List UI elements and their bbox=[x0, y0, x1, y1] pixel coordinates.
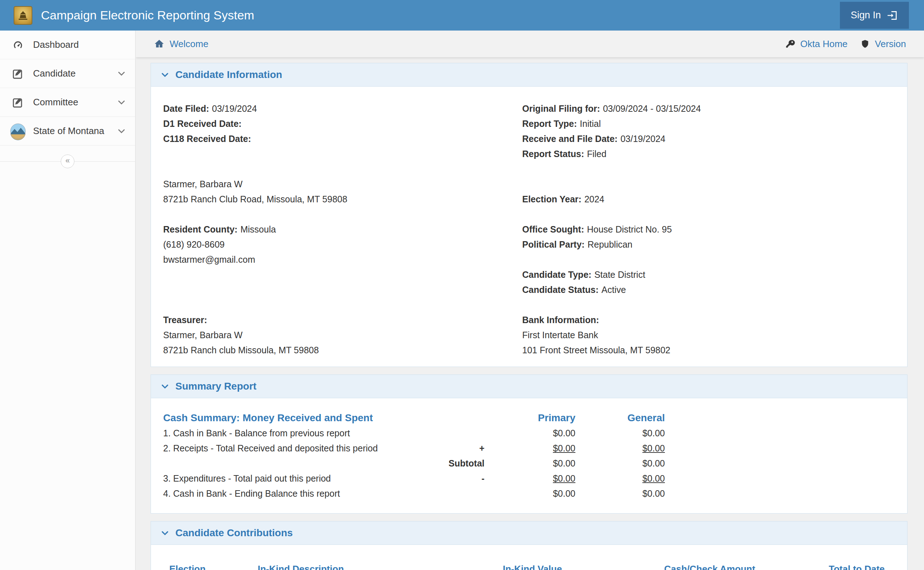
version-link[interactable]: Version bbox=[860, 38, 906, 50]
election-year-line: Election Year:2024 bbox=[522, 192, 893, 207]
sign-in-icon bbox=[887, 10, 898, 21]
welcome-link[interactable]: Welcome bbox=[154, 38, 208, 50]
candidate-name: Starmer, Barbara W bbox=[163, 176, 522, 192]
general-amount: $0.00 bbox=[575, 486, 665, 501]
okta-home-label: Okta Home bbox=[800, 38, 848, 50]
row-operator: + bbox=[436, 441, 484, 456]
sidebar-item-label: Dashboard bbox=[33, 39, 79, 50]
summary-report-header[interactable]: Summary Report bbox=[151, 375, 907, 398]
sidebar-item-candidate[interactable]: Candidate bbox=[0, 59, 135, 88]
okta-home-link[interactable]: Okta Home bbox=[785, 38, 848, 50]
report-type-line: Report Type:Initial bbox=[522, 116, 893, 131]
row-operator: - bbox=[436, 471, 484, 486]
candidate-email: bwstarmer@gmail.com bbox=[163, 252, 522, 267]
candidate-contributions-header[interactable]: Candidate Contributions bbox=[151, 521, 907, 545]
chevron-down-icon bbox=[117, 69, 126, 78]
montana-seal-logo bbox=[14, 6, 32, 25]
candidate-address: 8721b Ranch Club Road, Missoula, MT 5980… bbox=[163, 192, 522, 207]
summary-row-receipts: 2. Receipts - Total Received and deposit… bbox=[163, 441, 907, 456]
field-label: Original Filing for: bbox=[522, 104, 600, 113]
field-label: Report Type: bbox=[522, 119, 577, 129]
expenditures-general-amount-link[interactable]: $0.00 bbox=[575, 471, 665, 486]
sidebar-collapse-row: « bbox=[0, 153, 135, 169]
sidebar-item-label: Candidate bbox=[33, 68, 76, 79]
app-title: Campaign Electronic Reporting System bbox=[41, 8, 254, 22]
field-label: Political Party: bbox=[522, 239, 585, 250]
field-value: State District bbox=[595, 270, 645, 280]
candidate-info-left-column: Date Filed:03/19/2024 D1 Received Date: … bbox=[163, 101, 522, 358]
c118-received-line: C118 Received Date: bbox=[163, 131, 522, 146]
sidebar-collapse-button[interactable]: « bbox=[61, 155, 74, 168]
candidate-contributions-panel: Candidate Contributions Election In-Kind… bbox=[150, 521, 907, 570]
summary-report-panel: Summary Report Cash Summary: Money Recei… bbox=[150, 374, 907, 513]
app-header: Campaign Electronic Reporting System Sig… bbox=[0, 0, 924, 31]
field-value: House District No. 95 bbox=[587, 224, 672, 234]
candidate-information-body: Date Filed:03/19/2024 D1 Received Date: … bbox=[151, 87, 907, 366]
field-label: Election Year: bbox=[522, 194, 581, 204]
chevron-down-icon bbox=[160, 528, 170, 538]
treasurer-label-line: Treasurer: bbox=[163, 312, 522, 327]
expenditures-primary-amount-link[interactable]: $0.00 bbox=[484, 471, 575, 486]
sign-in-button[interactable]: Sign In bbox=[840, 2, 909, 29]
field-label: Resident County: bbox=[163, 224, 238, 234]
welcome-label: Welcome bbox=[170, 38, 208, 50]
sidebar-item-label: State of Montana bbox=[33, 126, 104, 136]
field-label: Office Sought: bbox=[522, 224, 584, 234]
sidebar-item-label: Committee bbox=[33, 97, 78, 108]
d1-received-line: D1 Received Date: bbox=[163, 116, 522, 131]
primary-column-header: Primary bbox=[484, 411, 575, 426]
candidate-phone: (618) 920-8609 bbox=[163, 237, 522, 252]
sidebar-item-committee[interactable]: Committee bbox=[0, 88, 135, 117]
field-value: 03/19/2024 bbox=[212, 104, 257, 113]
app-root: Campaign Electronic Reporting System Sig… bbox=[0, 0, 924, 570]
primary-amount: $0.00 bbox=[484, 426, 575, 441]
field-label: Report Status: bbox=[522, 149, 584, 159]
resident-county-line: Resident County:Missoula bbox=[163, 222, 522, 237]
top-bar: Welcome Okta Home Version bbox=[136, 31, 924, 57]
candidate-status-line: Candidate Status:Active bbox=[522, 282, 893, 297]
office-sought-line: Office Sought:House District No. 95 bbox=[522, 222, 893, 237]
chevron-down-icon bbox=[117, 98, 126, 107]
main-area: Welcome Okta Home Version bbox=[136, 31, 924, 570]
sidebar-item-dashboard[interactable]: Dashboard bbox=[0, 31, 135, 59]
receipts-general-amount-link[interactable]: $0.00 bbox=[575, 441, 665, 456]
column-header-in-kind-description: In-Kind Description bbox=[258, 561, 503, 570]
candidate-information-header[interactable]: Candidate Information bbox=[151, 63, 907, 87]
seal-emblem-icon bbox=[17, 9, 29, 22]
field-value: Filed bbox=[587, 149, 606, 159]
field-value: Active bbox=[602, 285, 626, 295]
receipts-primary-amount-link[interactable]: $0.00 bbox=[484, 441, 575, 456]
report-status-line: Report Status:Filed bbox=[522, 146, 893, 161]
row-label bbox=[163, 456, 436, 471]
field-value: 03/09/2024 - 03/15/2024 bbox=[603, 104, 701, 113]
sidebar-item-state-of-montana[interactable]: State of Montana bbox=[0, 117, 135, 146]
candidate-contributions-body: Election In-Kind Description In-Kind Val… bbox=[151, 545, 907, 570]
field-label: Treasurer: bbox=[163, 315, 207, 325]
edit-icon bbox=[10, 96, 26, 109]
field-label: Candidate Type: bbox=[522, 270, 591, 280]
chevron-down-icon bbox=[160, 70, 170, 80]
field-label: Candidate Status: bbox=[522, 285, 599, 295]
political-party-line: Political Party:Republican bbox=[522, 237, 893, 252]
field-value: Initial bbox=[580, 119, 601, 129]
bank-information-label-line: Bank Information: bbox=[522, 312, 893, 327]
row-operator bbox=[436, 486, 484, 501]
subtotal-label: Subtotal bbox=[436, 456, 484, 471]
column-header-in-kind-value: In-Kind Value bbox=[503, 561, 664, 570]
field-value: Republican bbox=[588, 239, 633, 250]
summary-report-body: Cash Summary: Money Received and Spent P… bbox=[151, 398, 907, 513]
original-filing-line: Original Filing for:03/09/2024 - 03/15/2… bbox=[522, 101, 893, 116]
content-area: Candidate Information Date Filed:03/19/2… bbox=[136, 57, 924, 570]
field-label: Receive and File Date: bbox=[522, 134, 618, 144]
panel-title: Candidate Information bbox=[175, 69, 282, 81]
general-column-header: General bbox=[575, 411, 665, 426]
candidate-type-line: Candidate Type:State District bbox=[522, 267, 893, 282]
general-amount: $0.00 bbox=[575, 456, 665, 471]
receive-file-date-line: Receive and File Date:03/19/2024 bbox=[522, 131, 893, 146]
primary-amount: $0.00 bbox=[484, 456, 575, 471]
row-label: 3. Expenditures - Total paid out this pe… bbox=[163, 471, 436, 486]
panel-title: Candidate Contributions bbox=[175, 527, 293, 539]
key-icon bbox=[785, 39, 795, 49]
panel-title: Summary Report bbox=[175, 381, 257, 392]
field-label: Date Filed: bbox=[163, 104, 209, 113]
